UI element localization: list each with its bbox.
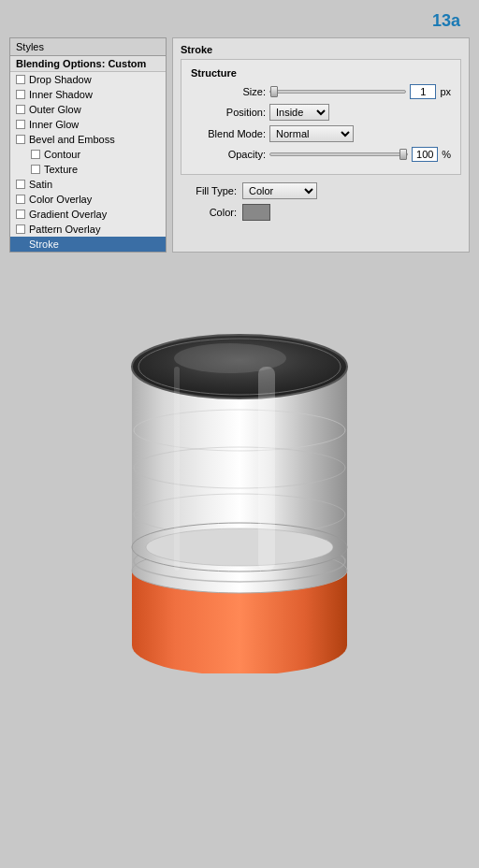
styles-panel-header: Styles (10, 38, 166, 56)
opacity-slider-thumb[interactable] (399, 149, 407, 160)
position-select[interactable]: Inside Outside Center (269, 104, 329, 121)
stroke-checkbox[interactable] (16, 239, 25, 249)
size-input[interactable] (410, 84, 436, 99)
position-label: Position: (191, 107, 266, 118)
position-row: Position: Inside Outside Center (191, 104, 451, 121)
drop-shadow-label: Drop Shadow (29, 74, 92, 85)
structure-group: Structure Size: px Position: Inside Outs… (181, 59, 461, 175)
texture-checkbox[interactable] (31, 165, 40, 174)
size-slider-track[interactable] (269, 90, 406, 94)
styles-panel: Styles Blending Options: Custom Drop Sha… (9, 37, 167, 253)
color-overlay-label: Color Overlay (29, 194, 92, 205)
texture-item[interactable]: Texture (10, 162, 166, 177)
cylinder-illustration (99, 281, 380, 673)
structure-group-title: Structure (191, 67, 451, 79)
inner-shadow-item[interactable]: Inner Shadow (10, 87, 166, 102)
bevel-emboss-item[interactable]: Bevel and Emboss (10, 132, 166, 147)
stroke-settings-panel: Stroke Structure Size: px Position: Insi… (172, 37, 470, 253)
stroke-panel-title: Stroke (181, 44, 461, 55)
pattern-overlay-item[interactable]: Pattern Overlay (10, 222, 166, 237)
contour-label: Contour (44, 149, 80, 160)
fill-type-label: Fill Type: (181, 185, 237, 196)
size-row: Size: px (191, 84, 451, 99)
color-swatch[interactable] (242, 204, 270, 221)
bevel-emboss-label: Bevel and Emboss (29, 134, 115, 145)
color-overlay-checkbox[interactable] (16, 195, 25, 204)
bevel-emboss-checkbox[interactable] (16, 135, 25, 144)
drop-shadow-item[interactable]: Drop Shadow (10, 72, 166, 87)
opacity-row: Opacity: % (191, 147, 451, 162)
outer-glow-item[interactable]: Outer Glow (10, 102, 166, 117)
opacity-unit: % (442, 149, 451, 160)
inner-shadow-label: Inner Shadow (29, 89, 93, 100)
svg-rect-16 (174, 367, 180, 571)
page-label: 13a (432, 11, 460, 31)
size-unit: px (440, 86, 451, 97)
contour-item[interactable]: Contour (10, 147, 166, 162)
blend-mode-row: Blend Mode: Normal Multiply Screen Overl… (191, 125, 451, 142)
inner-glow-item[interactable]: Inner Glow (10, 117, 166, 132)
color-row: Color: (181, 204, 461, 221)
opacity-slider-container: % (269, 147, 451, 162)
svg-rect-15 (258, 367, 275, 571)
illustration-area (0, 262, 479, 692)
size-slider-container: px (269, 84, 451, 99)
color-overlay-item[interactable]: Color Overlay (10, 192, 166, 207)
pattern-overlay-checkbox[interactable] (16, 224, 25, 234)
blend-mode-label: Blend Mode: (191, 128, 266, 139)
size-label: Size: (191, 86, 266, 97)
opacity-input[interactable] (412, 147, 438, 162)
fill-type-row: Fill Type: Color Gradient Pattern (181, 182, 461, 199)
texture-label: Texture (44, 164, 78, 175)
outer-glow-label: Outer Glow (29, 104, 81, 115)
stroke-label: Stroke (29, 239, 59, 250)
color-label: Color: (181, 207, 237, 218)
gradient-overlay-checkbox[interactable] (16, 210, 25, 219)
top-panel: Styles Blending Options: Custom Drop Sha… (9, 37, 470, 253)
gradient-overlay-item[interactable]: Gradient Overlay (10, 207, 166, 222)
pattern-overlay-label: Pattern Overlay (29, 224, 100, 235)
inner-shadow-checkbox[interactable] (16, 90, 25, 99)
fill-section: Fill Type: Color Gradient Pattern Color: (181, 182, 461, 221)
opacity-label: Opacity: (191, 149, 266, 160)
inner-glow-label: Inner Glow (29, 119, 79, 130)
fill-type-select[interactable]: Color Gradient Pattern (242, 182, 317, 199)
gradient-overlay-label: Gradient Overlay (29, 209, 107, 220)
size-slider-thumb[interactable] (270, 86, 278, 97)
satin-checkbox[interactable] (16, 180, 25, 189)
contour-checkbox[interactable] (31, 150, 40, 159)
stroke-item[interactable]: Stroke (10, 237, 166, 252)
inner-glow-checkbox[interactable] (16, 120, 25, 129)
blending-options-label: Blending Options: Custom (16, 58, 146, 69)
opacity-slider-track[interactable] (269, 152, 408, 156)
satin-item[interactable]: Satin (10, 177, 166, 192)
satin-label: Satin (29, 179, 52, 190)
outer-glow-checkbox[interactable] (16, 105, 25, 114)
blend-mode-select[interactable]: Normal Multiply Screen Overlay (269, 125, 354, 142)
blending-options-item[interactable]: Blending Options: Custom (10, 56, 166, 72)
drop-shadow-checkbox[interactable] (16, 75, 25, 84)
